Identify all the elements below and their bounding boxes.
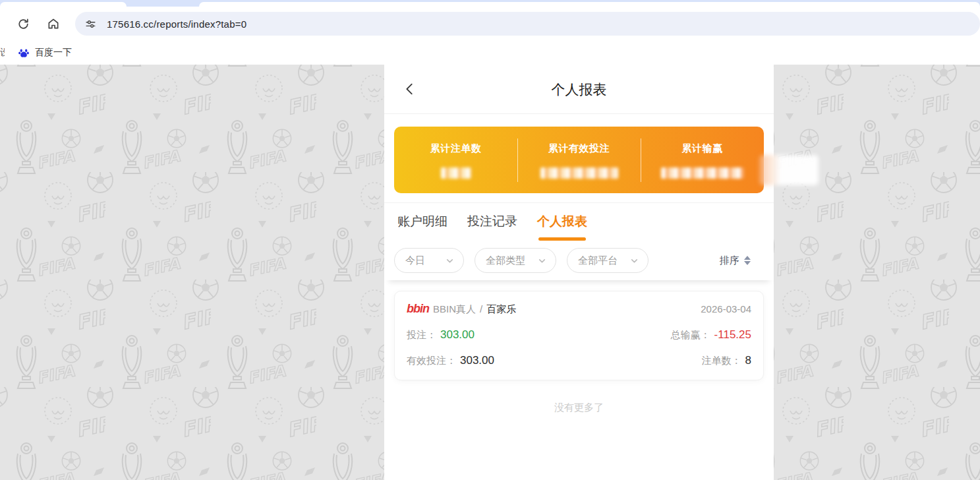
type-filter-dropdown[interactable]: 全部类型 [475, 248, 556, 273]
valid-bet-label: 有效投注： [407, 355, 456, 367]
report-date: 2026-03-04 [701, 303, 751, 315]
report-card[interactable]: bbin BBIN真人 / 百家乐 2026-03-04 投注： 303.00 … [394, 291, 764, 380]
browser-tab-active[interactable] [199, 2, 980, 7]
no-more-text: 没有更多了 [394, 402, 764, 414]
reload-icon[interactable] [16, 16, 30, 31]
bet-value: 303.00 [440, 328, 475, 342]
summary-card: 累计注单数 累计有效投注 累计输赢 [394, 127, 764, 193]
browser-tab-strip [0, 0, 980, 7]
panel-header: 个人报表 [384, 65, 774, 114]
sort-label: 排序 [720, 255, 739, 267]
type-filter-value: 全部类型 [486, 255, 525, 267]
tab-personal-report[interactable]: 个人报表 [537, 213, 587, 241]
tab-label: 投注记录 [467, 214, 517, 228]
redacted-value [540, 167, 618, 179]
tab-account-details[interactable]: 账户明细 [397, 213, 447, 241]
tab-label: 账户明细 [397, 214, 447, 228]
url-bar[interactable]: 175616.cc/reports/index?tab=0 [75, 12, 980, 36]
chevron-down-icon [446, 256, 454, 265]
bet-label: 投注： [407, 329, 436, 342]
bet-count-label: 注单数： [702, 355, 741, 367]
sort-button[interactable]: 排序 [720, 255, 764, 267]
redacted-value [661, 167, 744, 179]
redacted-value [441, 167, 471, 179]
winloss-label: 总输赢： [671, 329, 710, 342]
date-filter-value: 今日 [405, 255, 425, 267]
sort-icon [744, 256, 751, 265]
provider-name: BBIN真人 [433, 303, 476, 316]
platform-filter-dropdown[interactable]: 全部平台 [567, 248, 649, 273]
report-card-header-row: bbin BBIN真人 / 百家乐 2026-03-04 [407, 302, 751, 316]
page-title: 个人报表 [384, 65, 774, 114]
url-text[interactable]: 175616.cc/reports/index?tab=0 [107, 18, 246, 30]
winloss-value: -115.25 [714, 328, 751, 342]
date-filter-dropdown[interactable]: 今日 [394, 248, 464, 273]
site-settings-icon[interactable] [83, 16, 98, 31]
bbin-logo: bbin [407, 302, 429, 316]
browser-toolbar: 175616.cc/reports/index?tab=0 [0, 7, 980, 41]
browser-tab[interactable] [0, 2, 127, 7]
page-viewport: FIFA [0, 65, 980, 480]
back-icon[interactable] [403, 82, 417, 96]
stat-label: 累计注单数 [394, 142, 517, 155]
report-card-row: 有效投注： 303.00 注单数： 8 [407, 354, 751, 367]
summary-stat-winloss: 累计输赢 [641, 141, 764, 179]
separator: / [480, 303, 482, 315]
bookmarks-bar: 设 百度一下 [0, 41, 980, 65]
summary-stat-valid-bets: 累计有效投注 [517, 141, 641, 179]
clipped-bookmark-label[interactable]: 设 [0, 47, 5, 59]
home-icon[interactable] [46, 16, 61, 31]
report-card-row: 投注： 303.00 总输赢： -115.25 [407, 328, 751, 342]
stat-label: 累计有效投注 [517, 142, 641, 155]
report-panel: 个人报表 累计注单数 累计有效投注 累计输赢 账户明细 投注记录 [384, 65, 774, 480]
tab-bet-records[interactable]: 投注记录 [467, 213, 517, 241]
tab-label: 个人报表 [537, 214, 587, 228]
chevron-down-icon [630, 256, 639, 265]
valid-bet-value: 303.00 [460, 354, 494, 367]
report-list: bbin BBIN真人 / 百家乐 2026-03-04 投注： 303.00 … [384, 280, 774, 414]
summary-stat-bet-count: 累计注单数 [394, 141, 517, 179]
platform-filter-value: 全部平台 [578, 255, 618, 267]
chevron-down-icon [538, 256, 546, 265]
stat-label: 累计输赢 [641, 142, 764, 155]
filter-row: 今日 全部类型 全部平台 排序 [384, 241, 774, 280]
tabs-row: 账户明细 投注记录 个人报表 [384, 202, 774, 241]
bookmark-item-baidu[interactable]: 百度一下 [35, 47, 72, 59]
bet-count-value: 8 [745, 354, 751, 367]
baidu-icon[interactable] [18, 47, 30, 59]
game-name: 百家乐 [486, 303, 516, 316]
